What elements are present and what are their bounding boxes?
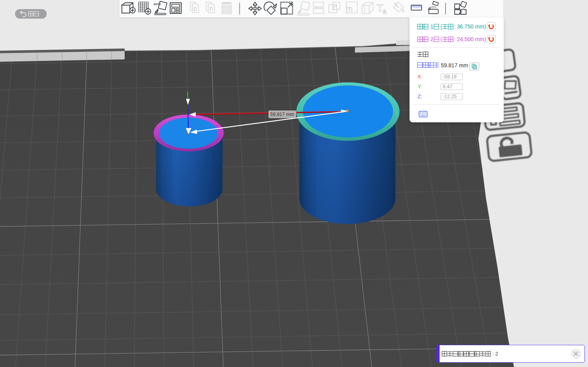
svg-text:Y:: Y: [417, 84, 422, 89]
svg-text:-12.25: -12.25 [443, 94, 457, 99]
svg-text:T: T [377, 2, 383, 14]
svg-text:Z:: Z: [417, 93, 422, 99]
svg-text:(: ( [440, 24, 442, 30]
svg-text:6.47: 6.47 [443, 84, 452, 89]
svg-text:AUTO: AUTO [154, 3, 161, 6]
svg-text:X:: X: [417, 74, 423, 80]
svg-text:-58.19: -58.19 [443, 74, 457, 80]
svg-text:2: 2 [431, 36, 434, 42]
svg-text:0: 0 [193, 6, 197, 12]
svg-text:a: a [383, 8, 387, 15]
svg-text:1: 1 [431, 24, 434, 30]
svg-text:: 24.500 mm): : 24.500 mm) [454, 36, 486, 42]
svg-text:: 36.750 mm): : 36.750 mm) [454, 24, 486, 30]
svg-text:: 2: : 2 [492, 351, 498, 357]
svg-text:(: ( [440, 36, 442, 42]
svg-text:P: P [209, 6, 213, 12]
svg-text:59.817 mm: 59.817 mm [270, 112, 294, 117]
svg-text:59.817 mm: 59.817 mm [441, 63, 468, 68]
